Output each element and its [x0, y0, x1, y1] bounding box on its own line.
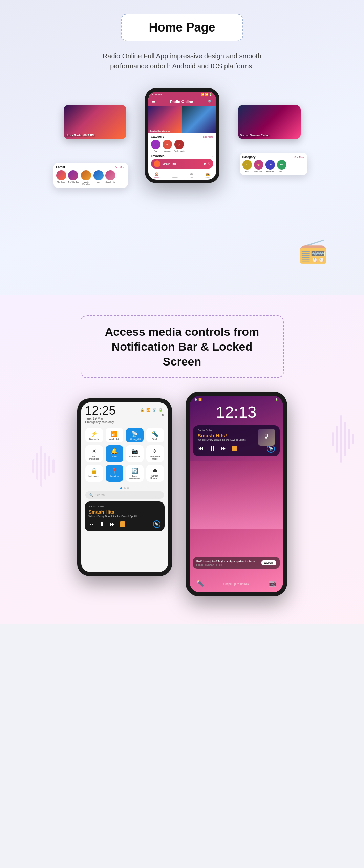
cast-icon: 📡 — [155, 522, 159, 526]
qs-screenshot[interactable]: 📷 Screenshot — [126, 445, 144, 462]
nav-category[interactable]: ☰ Category — [171, 172, 178, 178]
notif-controls: ⏮ ⏸ ⏭ 📡 — [89, 520, 160, 528]
svg-rect-1 — [36, 453, 38, 480]
nav-radio[interactable]: 📻 Radio — [205, 172, 210, 178]
qs-mute-label: Mute — [112, 455, 116, 458]
lock-news-card: Swifties rejoice! Taylor's big surprise … — [193, 557, 280, 569]
hamburger-icon[interactable]: ☰ — [152, 99, 155, 104]
favorites-label: Favorites — [151, 154, 165, 158]
phones-row: 12:25 Tue, 19 Mar Emergency calls only 🔒… — [20, 398, 344, 596]
cat-label: Re... — [279, 170, 284, 172]
page-dots — [81, 485, 168, 491]
lock-prev-button[interactable]: ⏮ — [198, 445, 204, 452]
heart-icon[interactable]: ♡ — [208, 162, 211, 165]
latest-overlay: Latest See More The Drive The Talk Box M… — [53, 163, 128, 188]
iphone-signal: 📡 📶 — [194, 398, 202, 401]
lock-stop-button[interactable] — [232, 446, 237, 451]
qs-brightness-label: Auto brightness — [87, 455, 101, 460]
section1-title-box: Home Page — [121, 14, 243, 41]
lock-player-card: Radio Online Smash Hits! Where Every Bea… — [193, 425, 280, 456]
lock-torch-icon[interactable]: 🔦 — [196, 579, 204, 587]
search-bar[interactable]: 🔍 Search... — [85, 491, 164, 499]
cat-circle: U — [163, 140, 172, 149]
iphone-topbar: 📡 📶 🔋 — [190, 396, 283, 404]
lock-cast-button[interactable]: 📡 — [267, 445, 275, 453]
android-emergency: Emergency calls only — [85, 420, 116, 424]
qs-screenshot-label: Screenshot — [129, 455, 140, 458]
cast-button[interactable]: 📡 — [153, 520, 160, 528]
side-card-left: Unity Radio 88.7 FM — [64, 105, 126, 139]
stop-button[interactable] — [120, 521, 125, 527]
cat-circle: 🎵 — [151, 140, 160, 149]
search-icon[interactable]: 🔍 — [208, 100, 213, 104]
play-icon[interactable]: ▶ — [204, 162, 207, 165]
category-overlay-see-more[interactable]: See More — [294, 156, 304, 158]
see-more[interactable]: See More — [203, 136, 213, 138]
settings-icon-top[interactable]: ⚙ — [139, 414, 164, 417]
android-statusbar: 12:25 Tue, 19 Mar Emergency calls only 🔒… — [81, 402, 168, 425]
nav-home[interactable]: 🏠 Home — [154, 172, 158, 178]
qs-rotation[interactable]: 🔄 Lock orientation — [126, 465, 144, 482]
nav-city[interactable]: 🏙 City — [190, 172, 193, 178]
lock-news-headline: Swifties rejoice! Taylor's big surprise … — [196, 560, 259, 563]
torch-icon: 🔦 — [152, 431, 158, 437]
qs-mobiledata[interactable]: 📶 Mobile data — [106, 428, 123, 442]
favorites-arrow[interactable]: › — [212, 155, 213, 157]
cat-item: U Urbana — [163, 140, 172, 152]
cat-circle: HH — [265, 160, 275, 170]
latest-item-art — [93, 170, 104, 180]
category-overlay: Category See More JAZZ Jazz 🎨 Art music … — [240, 153, 307, 175]
pause-button[interactable]: ⏸ — [99, 521, 105, 528]
brightness-icon: ☀ — [92, 448, 97, 454]
qs-wifi[interactable]: 📡 Hidden_Wifi — [126, 428, 144, 442]
section2-title: Access media controls from Notification … — [95, 324, 270, 369]
qs-screenrecord-label: Screen Record... — [148, 475, 162, 479]
qs-bluetooth[interactable]: ⚡ Bluetooth — [85, 428, 103, 442]
list-item: The Talk Box — [68, 170, 79, 185]
qs-airplane-label: Aeroplane mode — [148, 455, 162, 460]
qs-location-label: Location — [110, 475, 119, 477]
latest-item-art — [105, 170, 115, 180]
qs-torch[interactable]: 🔦 Torch — [146, 428, 164, 442]
qs-location[interactable]: 📍 Location — [106, 465, 123, 482]
lock-pause-button[interactable]: ⏸ — [209, 444, 216, 453]
lock-news-watch-button[interactable]: WATCH! — [261, 560, 276, 565]
latest-see-more[interactable]: See More — [115, 166, 125, 169]
latest-item-label: Music Marath... — [80, 181, 92, 185]
mute-icon: 🔔 — [111, 448, 118, 454]
microphone-art: 🎙 — [258, 429, 275, 446]
fav-item[interactable]: Smash Hits! ▶ ♡ — [151, 159, 213, 169]
banner-left: Sunrise Soundwaves — [148, 106, 182, 133]
lock-next-button[interactable]: ⏭ — [221, 445, 227, 452]
qs-screenrecord[interactable]: ⏺ Screen Record... — [146, 465, 164, 482]
dot — [124, 487, 126, 489]
latest-item-label: Joy — [97, 181, 100, 183]
qs-rotation-label: Lock orientation — [128, 475, 142, 480]
section2-title-box: Access media controls from Notification … — [81, 315, 284, 378]
qs-mute[interactable]: 🔔 Mute — [106, 445, 123, 462]
android-time: 12:25 — [85, 405, 116, 417]
side-card-right: Sound Waves Radio — [238, 105, 301, 139]
phone-category: Category See More 🎵 Pop U Urbana — [148, 133, 216, 153]
qs-airplane[interactable]: ✈ Aeroplane mode — [146, 445, 164, 462]
cat-item: 🎵 Pop — [151, 140, 160, 152]
lock-camera-icon[interactable]: 📷 — [269, 579, 276, 587]
latest-item-art — [56, 170, 66, 180]
section2-notification: Access media controls from Notification … — [0, 295, 364, 624]
lock-background-art — [190, 461, 283, 529]
qs-torch-label: Torch — [152, 438, 158, 440]
cat-label: Urbana — [164, 150, 171, 152]
svg-rect-0 — [32, 459, 34, 473]
mobile-data-icon: 📶 — [111, 431, 118, 437]
location-icon: 📍 — [111, 468, 118, 474]
side-card-right-bg: Sound Waves Radio — [238, 105, 301, 139]
section1-subtitle: Radio Online Full App impressive design … — [87, 51, 277, 71]
qs-brightness[interactable]: ☀ Auto brightness — [85, 445, 103, 462]
qs-lockscreen[interactable]: 🔒 Lock screen — [85, 465, 103, 482]
lock-status-icon: 🔒 — [140, 408, 144, 412]
next-button[interactable]: ⏭ — [110, 521, 115, 527]
list-item: Smash Hits! — [105, 170, 115, 185]
search-bar-icon: 🔍 — [89, 493, 93, 497]
fav-avatar — [154, 160, 160, 167]
prev-button[interactable]: ⏮ — [89, 521, 94, 527]
